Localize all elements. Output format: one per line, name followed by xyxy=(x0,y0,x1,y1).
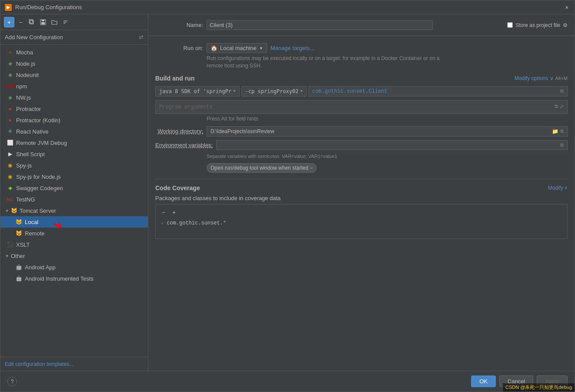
sidebar-item-react-native[interactable]: ⚛ React Native xyxy=(0,126,148,137)
sidebar-item-label: Android App xyxy=(25,264,56,271)
build-run-title: Build and run xyxy=(155,75,194,82)
sidebar-add-title: Add New Configuration xyxy=(5,34,63,40)
app-icon: ▶ xyxy=(5,4,12,11)
sidebar-collapse-icon[interactable]: ⇄ xyxy=(139,34,144,40)
sidebar-item-nodeunit[interactable]: ◈ Nodeunit xyxy=(0,69,148,80)
sidebar-item-remote-jvm[interactable]: ⬜ Remote JVM Debug xyxy=(0,137,148,148)
program-args-field[interactable]: Program arguments ⧉ ⤢ xyxy=(155,100,568,114)
coverage-remove-btn[interactable]: − xyxy=(159,208,168,217)
remove-config-button[interactable]: − xyxy=(15,17,26,27)
expand-args-icon[interactable]: ⧉ xyxy=(555,104,558,110)
nwjs-icon: ◈ xyxy=(7,94,13,101)
run-on-dropdown[interactable]: 🏠 Local machine ▼ xyxy=(207,43,267,53)
sidebar-item-protractor[interactable]: ● Protractor xyxy=(0,103,148,114)
sidebar-item-nwjs[interactable]: ◈ NW.js xyxy=(0,92,148,103)
expand-working-dir-icon[interactable]: ⧉ xyxy=(560,128,564,134)
open-tool-window-tag[interactable]: Open run/debug tool window when started … xyxy=(207,163,317,173)
folder-working-dir-icon[interactable]: 📁 xyxy=(552,128,558,134)
store-project-checkbox[interactable] xyxy=(507,22,513,28)
title-bar-left: ▶ Run/Debug Configurations xyxy=(5,4,82,11)
expand-env-icon[interactable]: ⧉ xyxy=(560,142,564,148)
env-vars-label: Environment variables: xyxy=(155,142,213,148)
sidebar-item-spy-js-node[interactable]: ◉ Spy-js for Node.js xyxy=(0,171,148,182)
sidebar-item-label: Remote xyxy=(25,230,45,237)
testng-icon: NG xyxy=(7,196,13,203)
sidebar-item-tomcat-local[interactable]: 🐱 Local xyxy=(0,216,148,228)
folder-config-button[interactable] xyxy=(49,17,60,27)
svg-rect-0 xyxy=(30,20,33,24)
sidebar-item-tomcat-remote[interactable]: 🐱 Remote xyxy=(0,228,148,239)
sidebar-item-spy-js[interactable]: ◉ Spy-js xyxy=(0,160,148,171)
working-dir-field[interactable]: D:\IdeaProjects\ssmReview 📁 ⧉ xyxy=(207,126,568,137)
sidebar-item-label: npm xyxy=(16,83,27,90)
run-debug-dialog: ▶ Run/Debug Configurations × + − xyxy=(0,0,575,392)
sidebar-footer: Edit configuration templates... xyxy=(0,357,148,371)
tag-close-icon[interactable]: × xyxy=(310,165,313,171)
sidebar-item-android-app[interactable]: 🤖 Android App xyxy=(0,261,148,273)
name-label: Name: xyxy=(155,22,203,28)
sidebar-item-label: Nodeunit xyxy=(16,72,39,78)
sidebar-header: Add New Configuration ⇄ xyxy=(0,30,148,45)
sidebar-item-shell-script[interactable]: ▶ Shell Script xyxy=(0,148,148,160)
modify-options-link[interactable]: Modify options ∨ xyxy=(515,75,554,81)
sidebar-item-swagger[interactable]: ◈ Swagger Codegen xyxy=(0,182,148,194)
classpath-dropdown[interactable]: -cp springProxy02 ▼ xyxy=(241,86,307,97)
hint-text: Press Alt for field hints xyxy=(207,116,568,122)
expand-class-icon[interactable]: ⧉ xyxy=(560,89,564,94)
manage-targets-link[interactable]: Manage targets... xyxy=(271,45,314,51)
content-area: Name: Store as project file ⚙ Run on: xyxy=(148,14,575,371)
protractor-kotlin-icon: ● xyxy=(7,117,13,124)
open-tool-window-label: Open run/debug tool window when started xyxy=(211,165,308,171)
code-coverage-header: Code Coverage Modify ∨ xyxy=(155,184,568,191)
sidebar-item-testng[interactable]: NG TestNG xyxy=(0,194,148,205)
edit-templates-link[interactable]: Edit configuration templates... xyxy=(5,361,74,367)
other-chevron: ▼ xyxy=(5,254,9,258)
name-row: Name: xyxy=(155,20,433,30)
ok-button[interactable]: OK xyxy=(471,375,496,387)
code-coverage-title: Code Coverage xyxy=(155,184,200,191)
sidebar-toolbar: + − xyxy=(0,14,148,30)
dialog-title: Run/Debug Configurations xyxy=(15,4,82,10)
shell-script-icon: ▶ xyxy=(7,151,13,157)
other-group-label: Other xyxy=(11,253,25,259)
close-button[interactable]: × xyxy=(563,4,570,11)
gear-icon[interactable]: ⚙ xyxy=(563,22,568,28)
class-name-field[interactable]: com.gothic.sunset.Client ⧉ xyxy=(308,86,568,97)
sidebar-item-xslt[interactable]: ⬛ XSLT xyxy=(0,239,148,250)
env-vars-field[interactable]: ⧉ xyxy=(216,140,568,150)
coverage-checkbox[interactable]: ✓ xyxy=(161,220,164,227)
nodeunit-icon: ◈ xyxy=(7,71,13,78)
classpath-label: -cp springProxy02 xyxy=(245,88,299,94)
dialog-footer: ? OK Cancel Apply xyxy=(0,371,575,392)
help-button[interactable]: ? xyxy=(7,377,17,386)
copy-config-button[interactable] xyxy=(27,17,37,27)
android-app-icon: 🤖 xyxy=(15,264,22,271)
modify-chevron-icon: ∨ xyxy=(564,185,568,191)
modify-options-shortcut: Alt+M xyxy=(555,76,568,81)
sort-config-button[interactable] xyxy=(60,17,71,27)
tomcat-server-group[interactable]: ▼ 🐱 Tomcat Server xyxy=(0,205,148,216)
sidebar-item-protractor-kotlin[interactable]: ● Protractor (Kotlin) xyxy=(0,114,148,126)
svg-rect-1 xyxy=(29,20,33,23)
sidebar-item-android-tests[interactable]: 🤖 Android Instrumented Tests xyxy=(0,273,148,284)
build-run-section-header: Build and run Modify options ∨ Alt+M xyxy=(155,75,568,82)
sidebar-item-label: Node.js xyxy=(16,60,35,67)
sidebar-item-mocha[interactable]: ● Mocha xyxy=(0,47,148,58)
save-config-button[interactable] xyxy=(38,17,48,27)
name-input[interactable] xyxy=(207,20,433,30)
xslt-icon: ⬛ xyxy=(7,241,13,248)
sidebar: + − Add New Configuration ⇄ xyxy=(0,14,148,371)
java-sdk-dropdown[interactable]: java 8 SDK of 'springPr ▼ xyxy=(155,86,240,97)
fullscreen-args-icon[interactable]: ⤢ xyxy=(560,104,564,110)
working-dir-label: Working directory: xyxy=(155,128,203,134)
modify-coverage-link[interactable]: Modify xyxy=(548,185,563,191)
run-on-row: Run on: 🏠 Local machine ▼ Manage targets… xyxy=(155,43,568,70)
run-on-label: Run on: xyxy=(155,43,203,51)
sidebar-item-nodejs[interactable]: ◈ Node.js xyxy=(0,58,148,69)
npm-icon: npm xyxy=(7,83,13,90)
other-group[interactable]: ▼ Other xyxy=(0,250,148,261)
svg-rect-3 xyxy=(42,20,44,21)
sidebar-item-npm[interactable]: npm npm xyxy=(0,80,148,92)
coverage-add-btn[interactable]: + xyxy=(170,208,178,217)
add-config-button[interactable]: + xyxy=(4,17,14,27)
